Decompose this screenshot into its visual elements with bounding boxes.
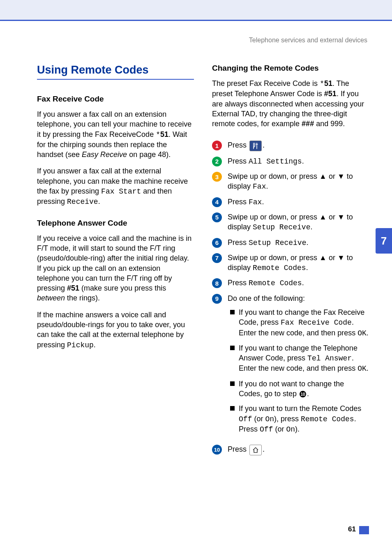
text: (or (252, 415, 265, 423)
step-text: Press Fax. (228, 197, 369, 207)
text: . (367, 364, 369, 372)
text: Press (228, 279, 249, 287)
right-column: Changing the Remote Codes The preset Fax… (212, 64, 369, 460)
text: . (263, 445, 265, 453)
mono-text: Tel Answer (307, 354, 352, 362)
paragraph: If the machine answers a voice call and … (37, 310, 194, 350)
two-column-layout: Using Remote Codes Fax Receive Code If y… (37, 64, 369, 460)
text: . (302, 157, 304, 165)
italic-text: Easy Receive (82, 150, 127, 159)
bullet-icon (230, 310, 235, 314)
page-content: Telephone services and external devices … (0, 21, 392, 460)
step-text: Press . (228, 444, 369, 455)
text: If you want to turn the Remote Codes (239, 404, 361, 413)
text: (or (273, 425, 286, 433)
page-number: 61 (348, 525, 356, 533)
text: * (156, 131, 160, 139)
bullet-icon (230, 346, 235, 350)
bullet-text: If you do not want to change the Codes, … (239, 379, 369, 399)
text: Swipe up or down, or press ▲ or ▼ to dis… (228, 172, 353, 190)
bullet-item: If you want to change the Telephone Answ… (228, 343, 369, 374)
code-text: ### (302, 120, 314, 128)
text: . (94, 341, 96, 349)
mono-text: Remote Codes (249, 279, 302, 287)
mono-text: Remote Codes (301, 415, 354, 423)
mono-text: Pickup (67, 341, 94, 349)
subsection-telephone-answer: Telephone Answer Code (37, 219, 194, 228)
paragraph: The preset Fax Receive Code is *51. The … (212, 78, 369, 129)
tools-icon (249, 141, 262, 151)
text: Press (228, 198, 249, 206)
step-badge-4: 4 (212, 197, 222, 207)
mono-text: OK (357, 365, 367, 373)
text: ), press (274, 415, 301, 423)
mono-text: On (286, 425, 295, 434)
mono-text: Fax (249, 198, 262, 206)
code-text: #51 (67, 284, 79, 292)
text: on page 48). (127, 150, 171, 159)
step-text: Press All Settings. (228, 156, 369, 166)
mono-text: Fax (253, 182, 266, 191)
code-text: 51 (324, 79, 332, 88)
step-row: 1 Press . (212, 140, 369, 151)
text: If you do not want to change the Codes, … (239, 380, 344, 398)
home-icon (249, 445, 262, 455)
step-row: 2 Press All Settings. (212, 156, 369, 166)
breadcrumb: Telephone services and external devices (37, 37, 369, 44)
mono-text: All Settings (249, 157, 302, 166)
step-row: 10 Press . (212, 444, 369, 455)
text: . (262, 198, 264, 206)
text: . (302, 279, 304, 287)
text: . (266, 182, 268, 190)
step-badge-8: 8 (212, 278, 222, 288)
bullet-item: If you do not want to change the Codes, … (228, 379, 369, 399)
step-badge-9: 9 (212, 294, 222, 304)
step-row: 9 Do one of the following: If you want t… (212, 293, 369, 440)
step-row: 4 Press Fax. (212, 197, 369, 207)
mono-text: Setup Receive (253, 223, 310, 231)
text: Do one of the following: (228, 293, 369, 303)
step-row: 6 Press Setup Receive. (212, 238, 369, 248)
bullet-text: If you want to change the Telephone Answ… (239, 343, 369, 374)
step-badge-6: 6 (212, 238, 222, 248)
title-rule (37, 79, 194, 80)
text: the rings). (65, 294, 100, 302)
step-row: 8 Press Remote Codes. (212, 278, 369, 288)
mono-text: Remote Codes (253, 264, 306, 272)
step-text: Swipe up or down, or press ▲ or ▼ to dis… (228, 253, 369, 273)
step-text: Press . (228, 140, 369, 151)
bullet-icon (230, 406, 235, 411)
mono-text: Fax Start (101, 187, 141, 196)
text: ). (295, 425, 300, 433)
text: . (307, 390, 309, 398)
section-title: Using Remote Codes (37, 64, 194, 76)
paragraph: If you answer a fax call on an extension… (37, 109, 194, 159)
chapter-tab: 7 (376, 228, 392, 254)
text: . (263, 141, 265, 149)
step-text: Press Remote Codes. (228, 278, 369, 288)
text: The preset Fax Receive Code is (212, 79, 320, 88)
left-column: Using Remote Codes Fax Receive Code If y… (37, 64, 194, 460)
subsection-fax-receive: Fax Receive Code (37, 95, 194, 104)
mono-text: Off (239, 415, 252, 423)
mono-text: Fax Receive Code (281, 319, 352, 327)
header-band (0, 0, 392, 21)
text: and 999. (314, 120, 345, 128)
step-badge-1: 1 (212, 141, 222, 150)
step-badge-5: 5 (212, 212, 222, 222)
step-text: Press Setup Receive. (228, 238, 369, 248)
step-row: 3 Swipe up or down, or press ▲ or ▼ to d… (212, 171, 369, 192)
code-text: #51 (324, 90, 337, 98)
mono-text: Receive (67, 198, 98, 206)
step-badge-2: 2 (212, 157, 222, 166)
step-row: 7 Swipe up or down, or press ▲ or ▼ to d… (212, 253, 369, 273)
step-text: Swipe up or down, or press ▲ or ▼ to dis… (228, 171, 369, 192)
mono-text: OK (357, 329, 367, 337)
subsection-changing-codes: Changing the Remote Codes (212, 64, 369, 73)
text: (make sure you press this (79, 284, 166, 292)
italic-text: between (37, 294, 65, 302)
text: . (310, 223, 312, 231)
step-row: 5 Swipe up or down, or press ▲ or ▼ to d… (212, 212, 369, 233)
step-text: Do one of the following: If you want to … (228, 293, 369, 440)
bullet-text: If you want to change the Fax Receive Co… (239, 307, 369, 338)
